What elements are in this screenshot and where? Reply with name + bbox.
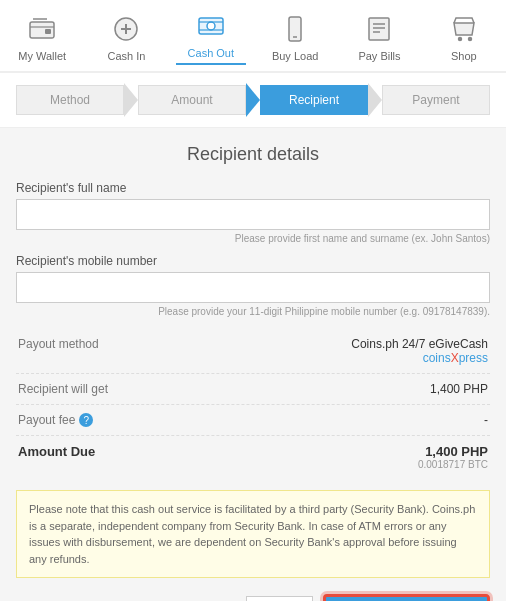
svg-point-4 [207, 22, 215, 30]
amount-due-value: 1,400 PHP [418, 444, 488, 459]
nav-item-pay-bills[interactable]: Pay Bills [344, 11, 414, 62]
section-title: Recipient details [16, 144, 490, 165]
nav-label-pay-bills: Pay Bills [358, 50, 400, 62]
amount-due-btc: 0.0018717 BTC [418, 459, 488, 470]
mobile-hint: Please provide your 11-digit Philippine … [16, 306, 490, 317]
info-table: Payout method Coins.ph 24/7 eGiveCash co… [16, 329, 490, 478]
nav-label-cash-out: Cash Out [188, 47, 234, 59]
nav-item-buy-load[interactable]: Buy Load [260, 11, 330, 62]
step-recipient: Recipient [260, 83, 368, 117]
shop-icon [446, 11, 482, 47]
payout-method-label: Payout method [18, 337, 99, 351]
payout-method-line1: Coins.ph 24/7 eGiveCash [351, 337, 488, 351]
nav-item-shop[interactable]: Shop [429, 11, 499, 62]
complete-payment-button[interactable]: Complete Payment [323, 594, 490, 601]
full-name-hint: Please provide first name and surname (e… [16, 233, 490, 244]
step-connector-2 [246, 83, 260, 117]
step-amount: Amount [138, 83, 246, 117]
info-row-payout-method: Payout method Coins.ph 24/7 eGiveCash co… [16, 329, 490, 374]
phone-icon [277, 11, 313, 47]
payout-fee-value: - [484, 413, 488, 427]
payout-method-value: Coins.ph 24/7 eGiveCash coinsXpress [351, 337, 488, 365]
payout-fee-help-icon[interactable]: ? [79, 413, 93, 427]
wallet-icon [24, 11, 60, 47]
disclaimer-text: Please note that this cash out service i… [29, 503, 475, 565]
cash-out-icon [193, 8, 229, 44]
step-recipient-label: Recipient [260, 85, 368, 115]
mobile-label: Recipient's mobile number [16, 254, 490, 268]
info-row-recipient-get: Recipient will get 1,400 PHP [16, 374, 490, 405]
full-name-input[interactable] [16, 199, 490, 230]
step-method: Method [16, 83, 124, 117]
steps-bar: Method Amount Recipient Payment [0, 73, 506, 128]
top-navigation: My Wallet Cash In Cash Out [0, 0, 506, 73]
nav-label-cash-in: Cash In [108, 50, 146, 62]
payout-method-line2: coinsXpress [351, 351, 488, 365]
amount-due-value-group: 1,400 PHP 0.0018717 BTC [418, 444, 488, 470]
nav-label-buy-load: Buy Load [272, 50, 318, 62]
step-amount-label: Amount [138, 85, 246, 115]
mobile-input[interactable] [16, 272, 490, 303]
nav-label-shop: Shop [451, 50, 477, 62]
step-payment-label: Payment [382, 85, 490, 115]
disclaimer-box: Please note that this cash out service i… [16, 490, 490, 578]
nav-item-cash-in[interactable]: Cash In [91, 11, 161, 62]
step-payment: Payment [382, 83, 490, 117]
bills-icon [361, 11, 397, 47]
svg-rect-9 [369, 18, 389, 40]
buttons-row: Back Complete Payment [16, 594, 490, 601]
back-button[interactable]: Back [246, 596, 313, 601]
nav-item-cash-out[interactable]: Cash Out [176, 8, 246, 65]
full-name-label: Recipient's full name [16, 181, 490, 195]
cash-in-icon [108, 11, 144, 47]
step-method-label: Method [16, 85, 124, 115]
svg-point-13 [458, 38, 461, 41]
amount-due-label: Amount Due [18, 444, 95, 459]
nav-label-my-wallet: My Wallet [18, 50, 66, 62]
step-connector-3 [368, 83, 382, 117]
recipient-get-label: Recipient will get [18, 382, 108, 396]
main-content: Recipient details Recipient's full name … [0, 128, 506, 601]
nav-item-my-wallet[interactable]: My Wallet [7, 11, 77, 62]
recipient-get-value: 1,400 PHP [430, 382, 488, 396]
step-connector-1 [124, 83, 138, 117]
info-row-payout-fee: Payout fee ? - [16, 405, 490, 436]
payout-fee-label: Payout fee ? [18, 413, 93, 427]
svg-point-14 [468, 38, 471, 41]
info-row-amount-due: Amount Due 1,400 PHP 0.0018717 BTC [16, 436, 490, 478]
svg-rect-1 [45, 29, 51, 34]
